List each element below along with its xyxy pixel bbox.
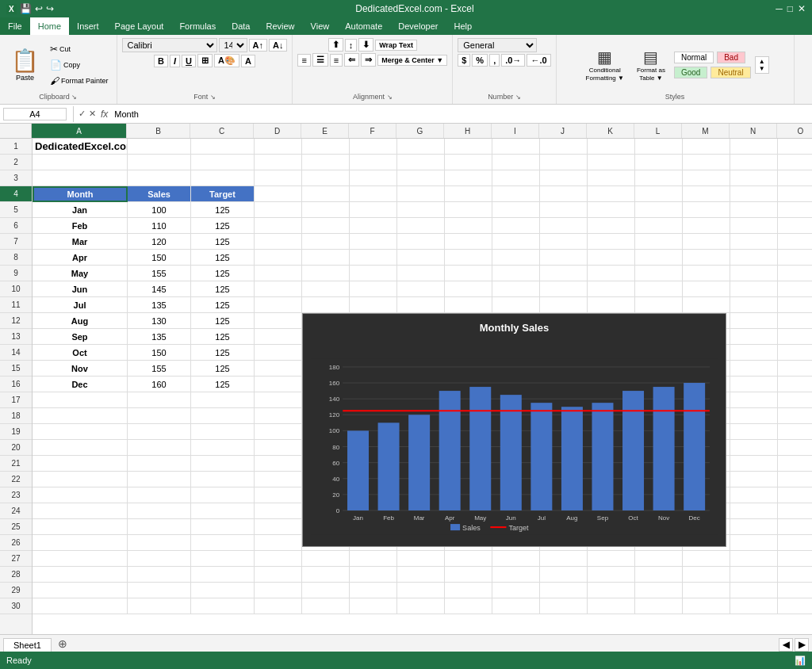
cell-26-2[interactable] [128, 535, 191, 551]
cell-11-1[interactable]: Jul [33, 297, 128, 313]
cell-3-2[interactable] [128, 170, 191, 186]
quick-undo-icon[interactable]: ↩ [35, 3, 43, 14]
cell-4-10[interactable] [540, 186, 588, 202]
cell-10-14[interactable] [730, 281, 778, 297]
cell-25-2[interactable] [128, 519, 191, 535]
conditional-formatting-button[interactable]: ▦ ConditionalFormatting ▼ [581, 46, 629, 83]
row-header-1[interactable]: 1 [0, 139, 32, 155]
number-format-select[interactable]: General [458, 38, 537, 52]
cell-22-1[interactable] [33, 472, 128, 487]
style-normal[interactable]: Normal [674, 52, 714, 63]
cell-12-15[interactable] [778, 313, 812, 329]
cell-4-3[interactable]: Target [191, 186, 255, 202]
cell-21-14[interactable] [730, 456, 778, 472]
row-header-2[interactable]: 2 [0, 155, 32, 170]
cell-17-15[interactable] [778, 392, 812, 408]
col-header-K[interactable]: K [587, 124, 634, 138]
cell-7-3[interactable]: 125 [191, 234, 255, 250]
cell-19-4[interactable] [255, 424, 302, 440]
fill-color-button[interactable]: A🎨 [214, 54, 239, 67]
align-center-btn[interactable]: ☰ [312, 53, 328, 67]
cell-21-15[interactable] [778, 456, 812, 472]
cell-1-12[interactable] [635, 139, 683, 155]
cell-14-15[interactable] [778, 345, 812, 361]
cell-2-15[interactable] [778, 155, 812, 170]
cell-7-4[interactable] [255, 234, 302, 250]
cell-14-1[interactable]: Oct [33, 345, 128, 361]
cell-1-7[interactable] [397, 139, 445, 155]
cell-3-6[interactable] [350, 170, 397, 186]
cell-25-14[interactable] [730, 519, 778, 535]
cell-25-15[interactable] [778, 519, 812, 535]
cell-29-11[interactable] [588, 583, 635, 598]
cell-30-5[interactable] [302, 598, 350, 614]
cell-10-8[interactable] [445, 281, 492, 297]
cell-9-1[interactable]: May [33, 266, 128, 281]
cell-1-3[interactable] [191, 139, 255, 155]
align-middle-btn[interactable]: ↕ [345, 39, 358, 52]
row-header-4[interactable]: 4 [0, 186, 32, 202]
cell-22-15[interactable] [778, 472, 812, 487]
cell-8-14[interactable] [730, 250, 778, 266]
font-size-select[interactable]: 14 [219, 38, 247, 52]
cell-10-10[interactable] [540, 281, 588, 297]
close-btn[interactable]: ✕ [798, 3, 806, 14]
cell-6-13[interactable] [683, 218, 730, 234]
currency-btn[interactable]: $ [458, 54, 470, 67]
cell-17-3[interactable] [191, 392, 255, 408]
cell-22-14[interactable] [730, 472, 778, 487]
row-header-18[interactable]: 18 [0, 408, 32, 424]
cell-28-6[interactable] [350, 567, 397, 583]
cell-27-4[interactable] [255, 551, 302, 567]
cell-2-11[interactable] [588, 155, 635, 170]
cell-26-4[interactable] [255, 535, 302, 551]
chart-container[interactable]: Monthly Sales 020406080100120140160180 [302, 313, 726, 547]
cell-28-7[interactable] [397, 567, 445, 583]
cell-5-4[interactable] [255, 202, 302, 218]
menu-review[interactable]: Review [258, 17, 302, 35]
indent-increase-btn[interactable]: ⇒ [361, 53, 376, 67]
cell-24-15[interactable] [778, 503, 812, 519]
cell-14-2[interactable]: 150 [128, 345, 191, 361]
cell-28-3[interactable] [191, 567, 255, 583]
cell-4-5[interactable] [302, 186, 350, 202]
cell-4-9[interactable] [492, 186, 540, 202]
cell-29-9[interactable] [492, 583, 540, 598]
cell-6-7[interactable] [397, 218, 445, 234]
cell-30-4[interactable] [255, 598, 302, 614]
underline-button[interactable]: U [182, 55, 196, 67]
cell-9-9[interactable] [492, 266, 540, 281]
cell-11-8[interactable] [445, 297, 492, 313]
cell-2-3[interactable] [191, 155, 255, 170]
cell-2-1[interactable] [33, 155, 128, 170]
cell-9-8[interactable] [445, 266, 492, 281]
cell-10-13[interactable] [683, 281, 730, 297]
format-as-table-button[interactable]: ▤ Format asTable ▼ [632, 46, 670, 83]
cell-8-10[interactable] [540, 250, 588, 266]
cell-6-2[interactable]: 110 [128, 218, 191, 234]
cell-27-14[interactable] [730, 551, 778, 567]
cell-6-11[interactable] [588, 218, 635, 234]
cell-2-9[interactable] [492, 155, 540, 170]
paste-button[interactable]: 📋 Paste [5, 46, 45, 83]
cell-25-4[interactable] [255, 519, 302, 535]
cell-29-14[interactable] [730, 583, 778, 598]
cell-7-15[interactable] [778, 234, 812, 250]
cell-9-2[interactable]: 155 [128, 266, 191, 281]
cell-3-4[interactable] [255, 170, 302, 186]
cell-17-14[interactable] [730, 392, 778, 408]
cancel-icon[interactable]: ✕ [89, 109, 96, 119]
cell-4-15[interactable] [778, 186, 812, 202]
cell-6-12[interactable] [635, 218, 683, 234]
cell-25-1[interactable] [33, 519, 128, 535]
cell-21-1[interactable] [33, 456, 128, 472]
cell-23-2[interactable] [128, 487, 191, 503]
col-header-A[interactable]: A [32, 124, 127, 138]
cell-2-12[interactable] [635, 155, 683, 170]
cell-13-14[interactable] [730, 329, 778, 345]
cell-17-2[interactable] [128, 392, 191, 408]
cell-12-1[interactable]: Aug [33, 313, 128, 329]
cell-16-4[interactable] [255, 377, 302, 392]
cut-button[interactable]: ✂Cut [47, 42, 112, 56]
row-header-30[interactable]: 30 [0, 598, 32, 614]
